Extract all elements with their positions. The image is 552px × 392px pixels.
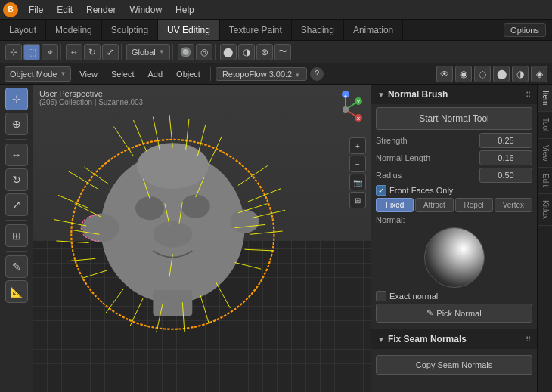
viewport-mat-icon[interactable]: ⬤ [493,66,510,82]
svg-line-36 [67,258,95,261]
rotate-tool[interactable]: ↻ [84,44,101,60]
normal-length-row: Normal Length 0.16 [376,150,532,165]
exact-normal-checkbox[interactable] [376,291,386,301]
measure-tool[interactable]: 📐 [5,280,28,303]
front-faces-label: Front Faces Only [389,186,453,195]
mode-attract-btn[interactable]: Attract [415,198,453,212]
cursor-tool-left[interactable]: ⊕ [5,113,28,135]
camera-btn[interactable]: 📷 [349,174,366,190]
menu-file[interactable]: File [23,3,49,17]
normal-length-value[interactable]: 0.16 [479,150,532,165]
svg-line-37 [82,270,107,277]
transform-space-dropdown[interactable]: Global ▼ [126,44,170,60]
select-btn[interactable]: Select [106,68,140,80]
normal-brush-content: Start Normal Tool Strength 0.25 Normal L… [371,104,537,329]
svg-line-30 [245,249,274,251]
menu-help[interactable]: Help [169,3,200,17]
svg-line-39 [130,298,143,326]
viewport-wire-icon[interactable]: ◌ [474,66,491,82]
dropdown-arrow-icon: ▼ [159,48,165,55]
normal-brush-header[interactable]: ▼ Normal Brush ⠿ [371,85,537,104]
pick-normal-button[interactable]: ✎ Pick Normal [376,304,532,323]
svg-line-26 [238,165,268,185]
move-tool-left[interactable]: ↔ [5,144,28,166]
seam-normals-content: Copy Seam Normals [371,349,537,381]
viewport-overlay-icon[interactable]: ◉ [455,66,472,82]
viewport-camera-icon[interactable]: 👁 [436,66,453,82]
rotate-tool-left[interactable]: ↻ [5,168,28,191]
wave-btn[interactable]: 〜 [274,44,291,60]
viewport[interactable]: User Perspective (206) Collection | Suza… [33,85,371,392]
lasso-select-tool[interactable]: ⌖ [42,44,58,60]
addon-label: RetopoFlow 3.00.2 ▼ [216,67,307,81]
menu-edit[interactable]: Edit [51,3,79,17]
help-icon[interactable]: ? [310,67,324,81]
select-tool[interactable]: ⊹ [5,88,28,110]
svg-line-38 [106,289,123,313]
scale-tool-left[interactable]: ⤢ [5,193,28,216]
mode-fixed-btn[interactable]: Fixed [376,198,414,212]
viewport-render-icon[interactable]: ◑ [512,66,529,82]
zoom-in-btn[interactable]: + [349,137,366,154]
seam-arrow-icon: ▼ [377,335,385,344]
viewport-shading-btn[interactable]: ⊛ [256,44,273,60]
overlay-group: ⬤ ◑ ⊛ 〜 [218,44,293,60]
object-mode-dropdown[interactable]: Object Mode ▼ [5,66,71,82]
cursor-tool[interactable]: ⊹ [5,44,22,60]
viewport-mini-buttons: + − 📷 ⊞ [349,137,366,208]
front-faces-row: ✓ Front Faces Only [376,185,532,196]
tab-shading[interactable]: Shading [292,20,344,40]
seam-title: Fix Seam Normals [388,334,523,344]
svg-line-33 [58,195,89,208]
copy-seam-normals-button[interactable]: Copy Seam Normals [376,355,532,375]
box-select-tool[interactable]: ⬚ [23,44,40,60]
transform-tool-left[interactable]: ⊞ [5,224,28,247]
tab-texture-paint[interactable]: Texture Paint [220,20,292,40]
add-btn[interactable]: Add [143,68,169,80]
options-button[interactable]: Options [504,23,546,37]
svg-line-27 [248,188,281,201]
move-tool[interactable]: ↔ [66,44,82,60]
fix-seam-normals-section: ▼ Fix Seam Normals ⠿ Copy Seam Normals [371,329,537,381]
svg-line-24 [197,125,205,156]
vtab-tool[interactable]: Tool [538,112,552,138]
start-normal-tool-button[interactable]: Start Normal Tool [376,107,532,130]
radius-value[interactable]: 0.50 [479,168,532,183]
mode-vertex-btn[interactable]: Vertex [495,198,532,212]
seam-normals-header[interactable]: ▼ Fix Seam Normals ⠿ [371,329,537,349]
normal-sphere [424,227,485,288]
strength-value[interactable]: 0.25 [479,133,532,148]
svg-point-14 [135,196,164,220]
front-faces-checkbox[interactable]: ✓ [376,185,386,196]
svg-line-35 [56,240,88,242]
mode-repel-btn[interactable]: Repel [455,198,493,212]
proportional-edit-btn[interactable]: ◎ [196,44,212,60]
exact-normal-row: Exact normal [376,291,532,301]
vtab-view[interactable]: View [538,139,552,168]
tab-sculpting[interactable]: Sculpting [102,20,158,40]
zoom-out-btn[interactable]: − [349,156,366,172]
overlay-btn[interactable]: ⬤ [220,44,237,60]
viewport-scene-icon[interactable]: ◈ [531,66,547,82]
vtab-edit[interactable]: Edit [538,168,552,193]
tab-animation[interactable]: Animation [344,20,403,40]
vtab-kitfox[interactable]: Kitfox [538,194,552,226]
grid-btn[interactable]: ⊞ [349,192,366,208]
vtab-item[interactable]: Item [538,85,552,112]
menu-window[interactable]: Window [123,3,168,17]
svg-text:Y: Y [357,100,360,104]
xray-btn[interactable]: ◑ [238,44,255,60]
navigation-gizmo[interactable]: Z Y X [327,91,364,128]
mode-dropdown-arrow: ▼ [60,70,66,77]
menu-render[interactable]: Render [80,3,122,17]
object-btn[interactable]: Object [171,68,206,80]
right-panel: ▼ Normal Brush ⠿ Start Normal Tool Stren… [371,85,537,392]
tab-uv-editing[interactable]: UV Editing [158,20,220,40]
tab-layout[interactable]: Layout [0,20,46,40]
snap-group: 🔘 ◎ [175,44,216,60]
tab-modeling[interactable]: Modeling [46,20,102,40]
annotate-tool[interactable]: ✎ [5,255,28,278]
view-btn[interactable]: View [74,68,103,80]
scale-tool[interactable]: ⤢ [102,44,119,60]
snap-btn[interactable]: 🔘 [178,44,194,60]
